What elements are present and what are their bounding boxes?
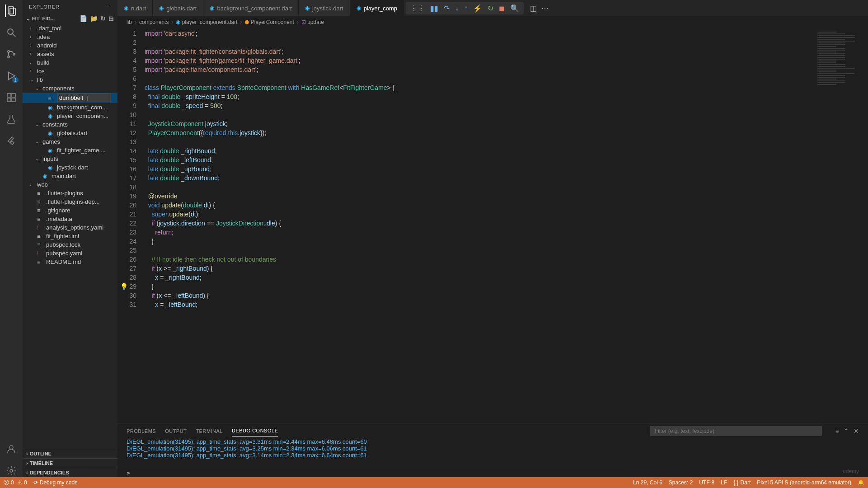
step-out-icon[interactable]: ↑	[463, 3, 469, 13]
step-into-icon[interactable]: ↓	[454, 3, 460, 13]
account-icon[interactable]	[5, 443, 18, 455]
tree-item--gitignore[interactable]: ≡.gitignore	[23, 206, 117, 215]
breadcrumb-lib[interactable]: lib	[127, 19, 132, 25]
flutter-icon[interactable]	[5, 135, 18, 147]
hot-reload-icon[interactable]: ⚡	[472, 3, 483, 14]
tree-item-fit_fighter_game-[interactable]: ◉fit_fighter_game....	[23, 146, 117, 155]
notifications-icon[interactable]: 🔔	[858, 479, 864, 486]
tree-item-README-md[interactable]: ≡README.md	[23, 258, 117, 266]
tree-item--idea[interactable]: ›.idea	[23, 33, 117, 41]
debug-icon[interactable]	[5, 70, 18, 82]
minimap[interactable]	[814, 28, 868, 423]
explorer-icon[interactable]	[5, 5, 18, 17]
search-icon[interactable]	[5, 26, 18, 39]
tab-joystick-dart[interactable]: ◉joystick.dart	[299, 0, 350, 16]
tab-player_comp[interactable]: ◉player_comp	[350, 0, 404, 16]
chevron-down-icon[interactable]: ⌄	[26, 16, 30, 22]
new-folder-icon[interactable]: 📁	[90, 15, 98, 22]
tree-item-pubspec-lock[interactable]: ≡pubspec.lock	[23, 240, 117, 249]
breadcrumb-PlayerComponent[interactable]: ⬢ PlayerComponent	[244, 19, 294, 25]
tab-globals-dart[interactable]: ◉globals.dart	[153, 0, 203, 16]
eol-status[interactable]: LF	[721, 479, 727, 486]
breadcrumb[interactable]: lib›components›◉ player_component.dart›⬢…	[117, 16, 868, 28]
tree-item-analysis_options-yaml[interactable]: !analysis_options.yaml	[23, 223, 117, 232]
tree-item-components[interactable]: ⌄components	[23, 84, 117, 93]
source-control-icon[interactable]	[5, 48, 18, 61]
section-outline[interactable]: › OUTLINE	[23, 449, 117, 458]
restart-icon[interactable]: ↻	[487, 3, 494, 14]
tree-item-player_componen-[interactable]: ◉player_componen...	[23, 112, 117, 120]
file-tree[interactable]: ›.dart_tool›.idea›android›assets›build›i…	[23, 24, 117, 449]
tree-item-joystick-dart[interactable]: ◉joystick.dart	[23, 163, 117, 172]
cursor-position[interactable]: Ln 29, Col 6	[633, 479, 662, 486]
errors-status[interactable]: ⓧ 0 ⚠ 0	[4, 479, 27, 487]
devtools-icon[interactable]: 🔍	[509, 3, 520, 14]
test-icon[interactable]	[5, 113, 18, 126]
tree-item-web[interactable]: ›web	[23, 180, 117, 189]
split-editor-icon[interactable]: ◫	[530, 4, 537, 13]
section-timeline[interactable]: › TIMELINE	[23, 458, 117, 468]
debug-console-prompt[interactable]: >	[117, 469, 868, 477]
svg-point-5	[8, 56, 9, 58]
section-dependencies[interactable]: › DEPENDENCIES	[23, 468, 117, 477]
breadcrumb-components[interactable]: components	[139, 19, 169, 25]
panel-tab-terminal[interactable]: TERMINAL	[196, 426, 223, 436]
chevron-up-icon[interactable]: ⌃	[844, 427, 849, 435]
tab-background_component-dart[interactable]: ◉background_component.dart	[203, 0, 299, 16]
tree-item--flutter-plugins[interactable]: ≡.flutter-plugins	[23, 189, 117, 197]
new-file-icon[interactable]: 📄	[80, 15, 87, 22]
explorer-title: EXPLORER	[29, 4, 60, 9]
tab-n-dart[interactable]: ◉n.dart	[117, 0, 153, 16]
more-actions-icon[interactable]: ⋯	[541, 4, 549, 13]
tree-item-fit_fighter-iml[interactable]: ≡fit_fighter.iml	[23, 232, 117, 240]
breadcrumb-player_component-dart[interactable]: ◉ player_component.dart	[176, 19, 237, 25]
tree-item--dart_tool[interactable]: ›.dart_tool	[23, 24, 117, 33]
wrap-icon[interactable]: ≡	[835, 427, 839, 435]
breadcrumb-update[interactable]: ⊡ update	[301, 19, 324, 25]
refresh-icon[interactable]: ↻	[100, 15, 106, 22]
device-status[interactable]: Pixel 5 API S (android-arm64 emulator)	[757, 479, 851, 486]
tree-item-inputs[interactable]: ⌄inputs	[23, 155, 117, 163]
close-icon[interactable]: ✕	[854, 427, 859, 435]
debug-console-output[interactable]: D/EGL_emulation(31495): app_time_stats: …	[117, 436, 868, 469]
filter-input[interactable]	[650, 426, 822, 436]
sidebar: EXPLORER ⋯ ⌄ FIT_FIG... 📄 📁 ↻ ⊟ ›.dart_t…	[23, 0, 117, 477]
stop-icon[interactable]: ◼	[498, 3, 506, 14]
tree-item-main-dart[interactable]: ◉main.dart	[23, 172, 117, 180]
log-line: D/EGL_emulation(31495): app_time_stats: …	[127, 438, 859, 445]
language-status[interactable]: { } Dart	[733, 479, 751, 486]
tree-item-globals-dart[interactable]: ◉globals.dart	[23, 129, 117, 137]
tree-item--metadata[interactable]: ≡.metadata	[23, 215, 117, 223]
drag-handle-icon[interactable]: ⋮⋮	[409, 3, 426, 14]
editor-area: ◉n.dart◉globals.dart◉background_componen…	[117, 0, 868, 477]
step-over-icon[interactable]: ↷	[443, 3, 450, 14]
collapse-icon[interactable]: ⊟	[108, 15, 114, 22]
tree-item-background_com-[interactable]: ◉background_com...	[23, 103, 117, 112]
tree-item-lib[interactable]: ⌄lib	[23, 75, 117, 84]
tree-item-pubspec-yaml[interactable]: !pubspec.yaml	[23, 249, 117, 258]
activity-bar	[0, 0, 23, 477]
panel-tab-problems[interactable]: PROBLEMS	[127, 426, 156, 436]
panel-tab-output[interactable]: OUTPUT	[165, 426, 187, 436]
rename-input[interactable]	[57, 94, 111, 102]
encoding-status[interactable]: UTF-8	[699, 479, 714, 486]
tree-item-games[interactable]: ⌄games	[23, 137, 117, 146]
settings-icon[interactable]	[5, 465, 18, 477]
svg-rect-10	[7, 98, 11, 102]
extensions-icon[interactable]	[5, 91, 18, 104]
indentation-status[interactable]: Spaces: 2	[669, 479, 693, 486]
svg-point-2	[8, 29, 13, 34]
tree-item-assets[interactable]: ›assets	[23, 50, 117, 58]
tree-item-build[interactable]: ›build	[23, 58, 117, 67]
log-line: D/EGL_emulation(31495): app_time_stats: …	[127, 445, 859, 452]
tree-item-dumbbell_-[interactable]: ≡	[23, 93, 117, 103]
tree-item-ios[interactable]: ›ios	[23, 67, 117, 75]
pause-icon[interactable]: ▮▮	[429, 3, 439, 14]
code-editor[interactable]: import 'dart:async';import 'package:fit_…	[145, 28, 814, 423]
tree-item-constants[interactable]: ⌄constants	[23, 120, 117, 129]
tree-item--flutter-plugins-dep-[interactable]: ≡.flutter-plugins-dep...	[23, 197, 117, 206]
panel-tab-debug-console[interactable]: DEBUG CONSOLE	[232, 425, 278, 436]
debug-my-code-button[interactable]: ⟳ Debug my code	[33, 479, 78, 486]
tree-item-android[interactable]: ›android	[23, 41, 117, 50]
explorer-more-icon[interactable]: ⋯	[106, 4, 111, 9]
